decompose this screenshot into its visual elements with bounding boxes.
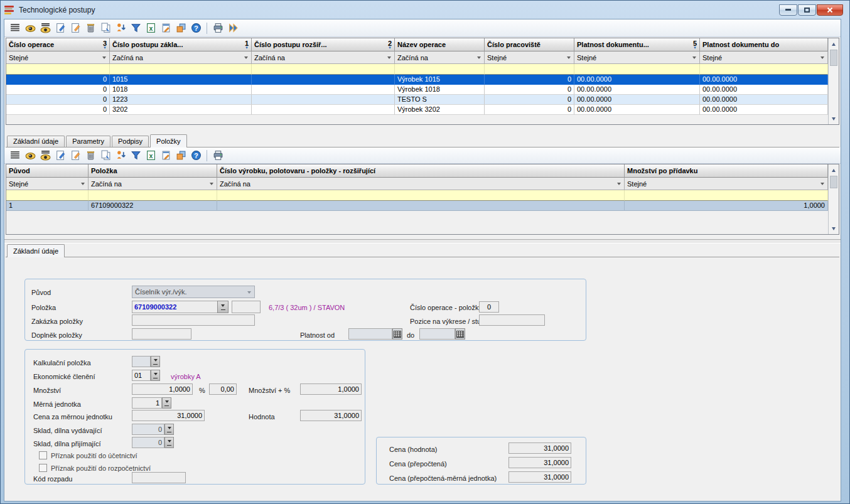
grid-row-selected[interactable]: 1 67109000322 1,0000: [6, 201, 828, 211]
warehouse-in-lookup-button[interactable]: [164, 437, 174, 448]
scroll-up-button[interactable]: [829, 39, 838, 48]
calculation-item-lookup-button[interactable]: [151, 356, 160, 367]
calendar-icon[interactable]: [392, 328, 402, 340]
filter-input-cell[interactable]: [574, 64, 700, 75]
filter-input-cell[interactable]: [700, 64, 828, 75]
item-number-field[interactable]: 67109000322: [132, 301, 218, 313]
quantity-plus-percent-field[interactable]: 1,0000: [300, 383, 362, 395]
cell[interactable]: [252, 85, 395, 95]
view-grid-button[interactable]: [38, 21, 52, 35]
price-value-field[interactable]: 31,0000: [508, 442, 571, 454]
filter-combo[interactable]: Začíná na: [395, 51, 485, 64]
tab-zakladni-udaje[interactable]: Základní údaje: [7, 136, 65, 147]
origin-select[interactable]: Číselník výr./výk.: [132, 286, 255, 298]
cell[interactable]: 3202: [110, 105, 252, 115]
filter-combo[interactable]: Začíná na: [217, 178, 625, 190]
filter-input-cell[interactable]: [625, 190, 828, 201]
excel-export-button[interactable]: [144, 149, 158, 163]
delete-record-button[interactable]: [83, 21, 97, 35]
unit-price-field[interactable]: 31,0000: [132, 410, 205, 421]
help-button[interactable]: [189, 149, 203, 163]
cell[interactable]: 00.00.0000: [574, 105, 700, 115]
tab-podpisy[interactable]: Podpisy: [112, 136, 149, 147]
warehouse-out-lookup-button[interactable]: [164, 424, 174, 435]
list-menu-button[interactable]: [8, 21, 22, 35]
restore-button[interactable]: [798, 4, 816, 16]
budgeting-flag-checkbox[interactable]: [39, 464, 47, 472]
relations-button[interactable]: [174, 21, 188, 35]
economic-class-lookup-button[interactable]: [151, 370, 160, 381]
edit-record-button[interactable]: [68, 21, 82, 35]
view-record-button[interactable]: [23, 21, 37, 35]
view-grid-button[interactable]: [38, 149, 52, 163]
scroll-down-button[interactable]: [829, 224, 838, 233]
column-header-cislo-postupu-zakladni[interactable]: Číslo postupu zákla...1▼: [110, 38, 252, 51]
column-header-cislo-operace[interactable]: Číslo operace3▼: [6, 38, 110, 51]
cell[interactable]: 00.00.0000: [700, 105, 828, 115]
list-menu-button[interactable]: [8, 149, 22, 163]
filter-input-cell[interactable]: [395, 64, 485, 75]
cell[interactable]: 0: [6, 105, 110, 115]
cell[interactable]: 1223: [110, 95, 252, 105]
filter-input-cell[interactable]: [485, 64, 574, 75]
cell[interactable]: 1015: [110, 75, 252, 85]
filter-input-cell[interactable]: [6, 64, 110, 75]
breakdown-code-field[interactable]: [132, 472, 186, 483]
filter-button[interactable]: [129, 21, 143, 35]
sort-settings-button[interactable]: [114, 21, 127, 35]
new-record-button[interactable]: [53, 21, 67, 35]
print-button[interactable]: [211, 149, 225, 163]
drawing-position-field[interactable]: [479, 314, 545, 326]
cell[interactable]: 1: [6, 201, 89, 211]
notes-button[interactable]: [159, 149, 173, 163]
filter-input-cell[interactable]: [6, 190, 89, 201]
next-button[interactable]: [226, 21, 240, 35]
column-header-mnozstvi-po-pridavku[interactable]: Množství po přídavku: [625, 164, 828, 178]
cell[interactable]: 00.00.0000: [700, 95, 828, 105]
valid-from-field[interactable]: [348, 328, 392, 340]
economic-class-field[interactable]: 01: [132, 370, 151, 381]
cell[interactable]: TESTO S: [395, 95, 485, 105]
cell[interactable]: 0: [6, 75, 110, 85]
column-header-polozka[interactable]: Položka: [89, 164, 217, 178]
column-header-platnost-dokumentu[interactable]: Platnost dokumentu...5▼: [574, 38, 700, 51]
column-header-platnost-dokumentu-do[interactable]: Platnost dokumentu do: [700, 38, 828, 51]
filter-input-cell[interactable]: [89, 190, 217, 201]
notes-button[interactable]: [159, 21, 173, 35]
edit-record-button[interactable]: [68, 149, 82, 163]
tab-polozky[interactable]: Položky: [150, 134, 187, 147]
filter-button[interactable]: [129, 149, 143, 163]
filter-combo[interactable]: Stejné: [485, 51, 574, 64]
cell[interactable]: [217, 201, 625, 211]
filter-combo[interactable]: Začíná na: [89, 178, 217, 190]
cell[interactable]: 0: [485, 75, 574, 85]
item-lookup-button[interactable]: [217, 301, 229, 313]
column-header-puvod[interactable]: Původ: [6, 164, 89, 178]
horizontal-splitter[interactable]: [4, 239, 841, 244]
accounting-flag-checkbox[interactable]: [39, 451, 47, 459]
valid-to-field[interactable]: [419, 328, 455, 340]
minimize-button[interactable]: [779, 4, 797, 16]
filter-combo[interactable]: Stejné: [625, 178, 828, 190]
scroll-thumb[interactable]: [830, 176, 837, 188]
unit-lookup-button[interactable]: [162, 397, 171, 409]
price-recalculated-unit-field[interactable]: 31,0000: [508, 471, 571, 483]
unit-field[interactable]: 1: [132, 397, 162, 409]
scroll-down-button[interactable]: [829, 114, 838, 124]
cell[interactable]: 0: [6, 85, 110, 95]
quantity-field[interactable]: 1,0000: [132, 383, 193, 395]
filter-combo[interactable]: Stejné: [700, 51, 828, 64]
cell[interactable]: Výrobek 1018: [395, 85, 485, 95]
cell[interactable]: [252, 75, 395, 85]
filter-combo[interactable]: Stejné: [574, 51, 700, 64]
copy-record-button[interactable]: [99, 149, 112, 163]
cell[interactable]: [252, 105, 395, 115]
view-record-button[interactable]: [23, 149, 37, 163]
warehouse-in-field[interactable]: 0: [132, 437, 164, 448]
cell[interactable]: 1,0000: [625, 201, 828, 211]
value-field[interactable]: 31,0000: [300, 410, 362, 421]
cell[interactable]: 0: [485, 95, 574, 105]
cell[interactable]: 1018: [110, 85, 252, 95]
cell[interactable]: 00.00.0000: [700, 75, 828, 85]
print-button[interactable]: [211, 21, 225, 35]
